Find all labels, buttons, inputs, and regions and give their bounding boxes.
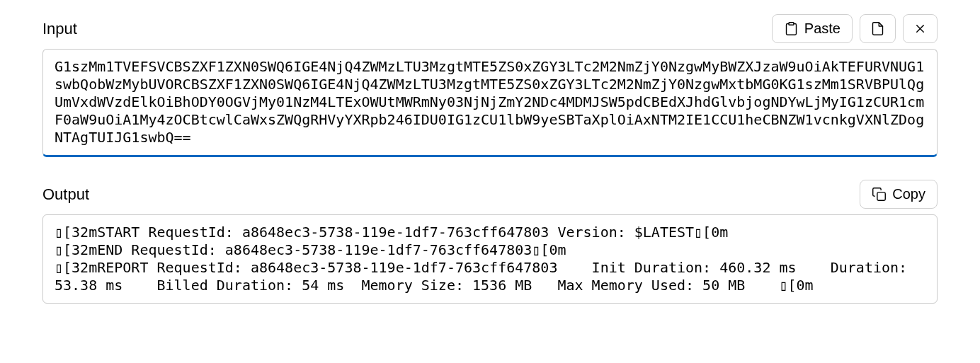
- input-textarea[interactable]: [42, 49, 938, 157]
- paste-button-label: Paste: [804, 21, 841, 37]
- output-label: Output: [42, 185, 89, 204]
- file-button[interactable]: [860, 14, 896, 43]
- output-display: ▯[32mSTART RequestId: a8648ec3-5738-119e…: [42, 214, 938, 304]
- copy-icon: [872, 187, 887, 202]
- paste-button[interactable]: Paste: [772, 14, 853, 43]
- input-section: Input Paste: [42, 14, 938, 160]
- svg-rect-3: [877, 192, 885, 200]
- output-button-group: Copy: [860, 180, 938, 209]
- clear-button[interactable]: [903, 14, 938, 43]
- clipboard-paste-icon: [784, 21, 799, 36]
- output-header: Output Copy: [42, 180, 938, 209]
- close-icon: [913, 22, 927, 35]
- copy-button[interactable]: Copy: [860, 180, 938, 209]
- svg-rect-0: [789, 23, 794, 25]
- file-icon: [870, 21, 885, 36]
- input-header: Input Paste: [42, 14, 938, 43]
- input-button-group: Paste: [772, 14, 938, 43]
- input-label: Input: [42, 20, 77, 38]
- copy-button-label: Copy: [892, 186, 925, 202]
- output-section: Output Copy ▯[32mSTART RequestId: a8648e…: [42, 180, 938, 304]
